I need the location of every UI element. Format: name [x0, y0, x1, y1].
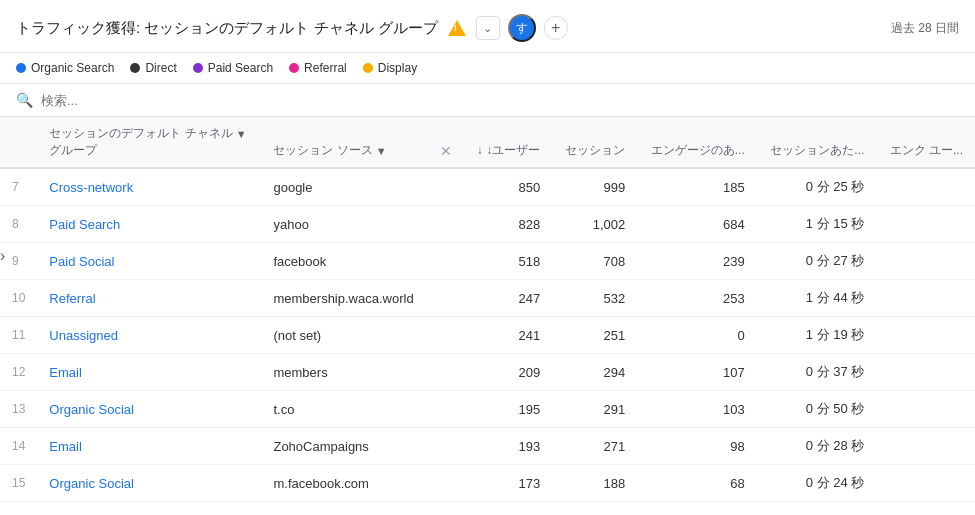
legend-dot-referral [289, 63, 299, 73]
cell-engaged: 163 [637, 502, 757, 513]
cell-spacer [428, 354, 464, 391]
cell-enk [876, 317, 975, 354]
warning-icon[interactable] [446, 17, 468, 39]
th-users[interactable]: ↓ ↓ユーザー [464, 117, 552, 168]
cell-spacer [428, 465, 464, 502]
cell-sessions: 271 [552, 428, 637, 465]
clear-filter-icon[interactable]: ✕ [440, 143, 452, 159]
cell-source: facebook [261, 243, 427, 280]
left-arrow-icon[interactable]: › [0, 247, 5, 265]
th-sessions[interactable]: セッション [552, 117, 637, 168]
cell-sessions: 321 [552, 502, 637, 513]
cell-engaged: 68 [637, 465, 757, 502]
legend-label-direct: Direct [145, 61, 176, 75]
cell-per-session: 0 分 27 秒 [757, 243, 877, 280]
cell-source: t.co [261, 391, 427, 428]
cell-source: members [261, 354, 427, 391]
cell-enk [876, 168, 975, 206]
avatar-button[interactable]: す [508, 14, 536, 42]
cell-enk [876, 206, 975, 243]
cell-users: 850 [464, 168, 552, 206]
cell-channel[interactable]: Organic Social [37, 391, 261, 428]
cell-spacer [428, 502, 464, 513]
cell-engaged: 0 [637, 317, 757, 354]
cell-channel[interactable]: Paid Social [37, 243, 261, 280]
cell-row-num: 12 [0, 354, 37, 391]
table-row: 7 Cross-network google 850 999 185 0 分 2… [0, 168, 975, 206]
legend-dot-paid-search [193, 63, 203, 73]
add-button[interactable]: + [544, 16, 568, 40]
dropdown-button[interactable]: ⌄ [476, 16, 500, 40]
cell-enk [876, 354, 975, 391]
cell-per-session: 0 分 28 秒 [757, 428, 877, 465]
cell-per-session: 1 分 49 秒 [757, 502, 877, 513]
cell-per-session: 0 分 24 秒 [757, 465, 877, 502]
cell-per-session: 0 分 37 秒 [757, 354, 877, 391]
cell-row-num: 13 [0, 391, 37, 428]
table-row: 15 Organic Social m.facebook.com 173 188… [0, 465, 975, 502]
cell-row-num: 16 [0, 502, 37, 513]
cell-source: (not set) [261, 317, 427, 354]
legend-label-referral: Referral [304, 61, 347, 75]
cell-spacer [428, 280, 464, 317]
cell-row-num: 14 [0, 428, 37, 465]
legend-item-display[interactable]: Display [363, 61, 417, 75]
cell-source: yahoo [261, 206, 427, 243]
legend-label-display: Display [378, 61, 417, 75]
th-enk[interactable]: エンク ユー... [876, 117, 975, 168]
cell-channel[interactable]: Paid Search [37, 206, 261, 243]
cell-sessions: 532 [552, 280, 637, 317]
table-row: 13 Organic Social t.co 195 291 103 0 分 5… [0, 391, 975, 428]
cell-channel[interactable]: Referral [37, 502, 261, 513]
th-per-session[interactable]: セッションあた... [757, 117, 877, 168]
cell-channel[interactable]: Email [37, 354, 261, 391]
cell-engaged: 103 [637, 391, 757, 428]
legend-item-referral[interactable]: Referral [289, 61, 347, 75]
cell-users: 518 [464, 243, 552, 280]
th-clear[interactable]: ✕ [428, 117, 464, 168]
sort-arrow-channel[interactable]: ▼ [236, 128, 247, 140]
table-row: 12 Email members 209 294 107 0 分 37 秒 [0, 354, 975, 391]
table-body: 7 Cross-network google 850 999 185 0 分 2… [0, 168, 975, 512]
cell-row-num: 15 [0, 465, 37, 502]
cell-enk [876, 465, 975, 502]
table-row: 16 Referral forms.zohopublic.com 158 321… [0, 502, 975, 513]
table-row: 11 Unassigned (not set) 241 251 0 1 分 19… [0, 317, 975, 354]
cell-enk [876, 502, 975, 513]
search-input[interactable] [41, 93, 959, 108]
legend-item-organic-search[interactable]: Organic Search [16, 61, 114, 75]
cell-channel[interactable]: Cross-network [37, 168, 261, 206]
data-table: セッションのデフォルト チャネル ▼ グループ セッション ソース ▼ [0, 117, 975, 512]
cell-sessions: 291 [552, 391, 637, 428]
cell-spacer [428, 391, 464, 428]
cell-source: m.facebook.com [261, 465, 427, 502]
cell-enk [876, 280, 975, 317]
th-engaged[interactable]: エンゲージのあ... [637, 117, 757, 168]
cell-source: ZohoCampaigns [261, 428, 427, 465]
cell-per-session: 1 分 15 秒 [757, 206, 877, 243]
cell-enk [876, 428, 975, 465]
cell-row-num: 8 [0, 206, 37, 243]
cell-channel[interactable]: Email [37, 428, 261, 465]
cell-users: 158 [464, 502, 552, 513]
cell-spacer [428, 428, 464, 465]
cell-channel[interactable]: Organic Social [37, 465, 261, 502]
cell-users: 247 [464, 280, 552, 317]
cell-channel[interactable]: Referral [37, 280, 261, 317]
sort-arrow-source[interactable]: ▼ [376, 145, 387, 157]
legend-item-paid-search[interactable]: Paid Search [193, 61, 273, 75]
th-channel[interactable]: セッションのデフォルト チャネル ▼ グループ [37, 117, 261, 168]
cell-sessions: 251 [552, 317, 637, 354]
cell-spacer [428, 168, 464, 206]
table-row: 10 Referral membership.waca.world 247 53… [0, 280, 975, 317]
cell-engaged: 98 [637, 428, 757, 465]
cell-source: forms.zohopublic.com [261, 502, 427, 513]
legend-item-direct[interactable]: Direct [130, 61, 176, 75]
date-range: 過去 28 日間 [891, 20, 959, 37]
header: トラフィック獲得: セッションのデフォルト チャネル グループ ⌄ す + 過去… [0, 0, 975, 53]
th-source[interactable]: セッション ソース ▼ [261, 117, 427, 168]
cell-channel[interactable]: Unassigned [37, 317, 261, 354]
table-row: 14 Email ZohoCampaigns 193 271 98 0 分 28… [0, 428, 975, 465]
cell-per-session: 1 分 19 秒 [757, 317, 877, 354]
cell-per-session: 0 分 25 秒 [757, 168, 877, 206]
